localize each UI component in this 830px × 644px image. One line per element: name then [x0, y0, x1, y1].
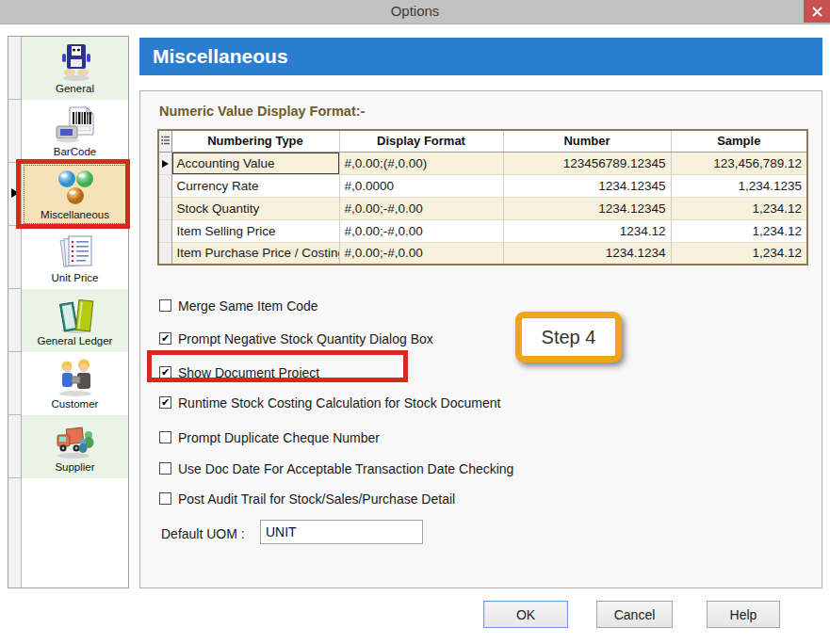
sidebar-item-miscellaneous[interactable]: Miscellaneous: [22, 163, 128, 226]
column-header-display-format[interactable]: Display Format: [339, 130, 503, 152]
floppy-disk-icon: [55, 42, 96, 82]
titlebar: Options: [0, 0, 830, 24]
cell-number[interactable]: 1234.12345: [503, 197, 671, 219]
sidebar-item-label: Miscellaneous: [41, 209, 109, 220]
ok-button[interactable]: OK: [483, 601, 568, 628]
sidebar-item-barcode[interactable]: BarCode: [22, 100, 128, 163]
cell-number[interactable]: 1234.12: [503, 219, 671, 242]
cell-display-format[interactable]: #,0.0000: [339, 174, 503, 197]
numeric-format-grid: Numbering Type Display Format Number Sam…: [157, 129, 808, 266]
table-row-accounting-value[interactable]: Accounting Value #,0.00;(#,0.00) 1234567…: [158, 152, 807, 174]
groupbox-label: Numeric Value Display Format:-: [159, 104, 365, 119]
column-header-number[interactable]: Number: [503, 130, 671, 152]
table-row-item-purchase-price[interactable]: Item Purchase Price / Costing #,0.00;-#,…: [158, 242, 807, 265]
step-callout: Step 4: [515, 312, 622, 362]
cell-sample[interactable]: 1,234.1235: [671, 174, 807, 197]
sidebar-indicator-column: [8, 37, 22, 588]
barcode-icon: [55, 105, 96, 145]
grid-properties-icon: [161, 136, 170, 145]
close-icon: [812, 7, 822, 17]
checkbox-box-icon[interactable]: ✔: [159, 332, 171, 345]
default-uom-input[interactable]: [260, 520, 423, 544]
step-callout-label: Step 4: [542, 327, 596, 348]
sidebar-item-label: General: [56, 83, 94, 94]
truck-people-icon: [55, 421, 96, 460]
sidebar-item-label: Customer: [52, 398, 99, 410]
checkbox-box-icon[interactable]: ✔: [159, 396, 171, 409]
help-button[interactable]: Help: [707, 601, 780, 628]
checkbox-box-icon[interactable]: [159, 299, 171, 312]
cell-display-format[interactable]: #,0.00;-#,0.00: [339, 197, 503, 219]
table-row-stock-quantity[interactable]: Stock Quantity #,0.00;-#,0.00 1234.12345…: [158, 197, 807, 219]
checkbox-runtime-stock-costing[interactable]: ✔ Runtime Stock Costing Calculation for …: [159, 394, 500, 411]
cell-display-format[interactable]: #,0.00;(#,0.00): [339, 152, 503, 174]
cell-display-format[interactable]: #,0.00;-#,0.00: [339, 242, 503, 265]
cancel-button[interactable]: Cancel: [596, 601, 673, 628]
cell-numbering-type[interactable]: Currency Rate: [171, 174, 339, 197]
spheres-icon: [54, 169, 97, 208]
checkbox-box-icon[interactable]: [159, 492, 171, 505]
active-row-arrow-icon: [158, 152, 171, 174]
documents-icon: [55, 232, 96, 271]
checkbox-show-document-project[interactable]: ✔ Show Document Project: [159, 364, 319, 380]
grid-corner-icon: [158, 130, 171, 152]
cell-sample[interactable]: 1,234.12: [671, 219, 807, 242]
cell-numbering-type[interactable]: Item Purchase Price / Costing: [171, 242, 339, 265]
sidebar-item-label: Supplier: [55, 461, 94, 473]
cell-sample[interactable]: 1,234.12: [671, 242, 807, 265]
checkbox-post-audit-trail[interactable]: Post Audit Trail for Stock/Sales/Purchas…: [159, 491, 455, 507]
column-header-sample[interactable]: Sample: [671, 130, 807, 152]
options-dialog: Options: [0, 0, 830, 644]
books-icon: [55, 295, 96, 334]
options-groupbox: Numeric Value Display Format:-: [139, 90, 822, 588]
sidebar-item-supplier[interactable]: Supplier: [22, 415, 128, 478]
sidebar-item-label: BarCode: [54, 146, 96, 157]
sidebar-item-unit-price[interactable]: Unit Price: [22, 226, 128, 289]
table-row-item-selling-price[interactable]: Item Selling Price #,0.00;-#,0.00 1234.1…: [158, 219, 807, 242]
cell-numbering-type[interactable]: Item Selling Price: [171, 219, 339, 242]
sidebar-item-label: Unit Price: [52, 272, 99, 283]
sidebar-item-general[interactable]: General: [22, 37, 128, 100]
cell-number[interactable]: 1234.1234: [503, 242, 671, 265]
people-icon: [55, 358, 96, 397]
cell-numbering-type[interactable]: Stock Quantity: [171, 197, 339, 219]
checkbox-box-icon[interactable]: ✔: [159, 366, 171, 378]
table-row-currency-rate[interactable]: Currency Rate #,0.0000 1234.12345 1,234.…: [158, 174, 807, 197]
current-row-arrow-icon: [11, 188, 19, 198]
checkbox-use-doc-date[interactable]: Use Doc Date For Acceptable Transaction …: [159, 460, 513, 476]
default-uom-label: Default UOM :: [161, 526, 245, 541]
cell-number[interactable]: 123456789.12345: [503, 152, 671, 174]
checkbox-box-icon[interactable]: [159, 431, 171, 443]
close-button[interactable]: [804, 0, 830, 23]
cell-sample[interactable]: 1,234.12: [671, 197, 807, 219]
checkbox-merge-same-item-code[interactable]: Merge Same Item Code: [159, 298, 318, 314]
section-header: Miscellaneous: [139, 38, 822, 75]
sidebar-item-label: General Ledger: [38, 335, 113, 346]
section-header-title: Miscellaneous: [153, 45, 288, 67]
cell-sample[interactable]: 123,456,789.12: [671, 152, 807, 174]
grid-header-row: Numbering Type Display Format Number Sam…: [158, 130, 807, 152]
checkbox-box-icon[interactable]: [159, 462, 171, 475]
cell-numbering-type[interactable]: Accounting Value: [171, 152, 339, 174]
sidebar-item-general-ledger[interactable]: General Ledger: [22, 289, 128, 352]
window-title: Options: [0, 0, 830, 23]
column-header-numbering-type[interactable]: Numbering Type: [171, 130, 339, 152]
cell-display-format[interactable]: #,0.00;-#,0.00: [339, 219, 503, 242]
sidebar-item-customer[interactable]: Customer: [22, 352, 128, 415]
checkbox-prompt-duplicate-cheque[interactable]: Prompt Duplicate Cheque Number: [159, 429, 380, 445]
cell-number[interactable]: 1234.12345: [503, 174, 671, 197]
sidebar-panel: General BarCode: [8, 36, 129, 588]
checkbox-prompt-negative-stock[interactable]: ✔ Prompt Negative Stock Quantity Dialog …: [159, 330, 433, 346]
